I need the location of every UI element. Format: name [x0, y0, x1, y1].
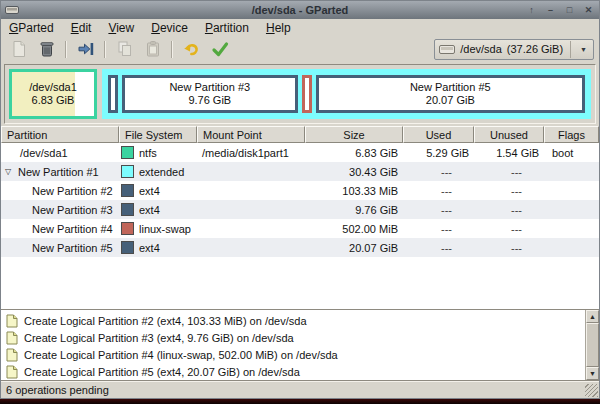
operations-list: Create Logical Partition #2 (ext4, 103.3…: [1, 310, 585, 380]
undo-button[interactable]: [179, 38, 204, 60]
chevron-down-icon: ▼: [576, 46, 591, 53]
flags-value: boot: [544, 147, 599, 159]
used-value: ---: [403, 166, 474, 178]
table-row-np4[interactable]: New Partition #4 linux-swap 502.00 MiB -…: [1, 219, 599, 238]
operation-text: Create Logical Partition #4 (linux-swap,…: [24, 349, 338, 361]
unused-value: ---: [474, 185, 544, 197]
visual-partition-sda1[interactable]: /dev/sda1 6.83 GiB: [9, 69, 97, 119]
filesystem-color-swatch: [121, 222, 134, 235]
menu-help[interactable]: Help: [266, 21, 291, 35]
partition-visual-bar: /dev/sda1 6.83 GiB New Partition #3 9.76…: [4, 64, 596, 124]
window-title: /dev/sda - GParted: [1, 4, 599, 16]
partition-size: 9.76 GiB: [188, 94, 231, 107]
partition-size: 6.83 GiB: [32, 94, 75, 107]
visual-partition-np2[interactable]: [108, 75, 118, 113]
column-header-filesystem[interactable]: File System: [119, 126, 197, 143]
delete-partition-button[interactable]: [34, 38, 59, 60]
trash-icon: [38, 40, 56, 58]
visual-partition-np5[interactable]: New Partition #5 20.07 GiB: [316, 75, 585, 113]
partition-name: New Partition #2: [1, 185, 119, 197]
unused-value: ---: [474, 223, 544, 235]
filesystem-label: ext4: [139, 242, 160, 254]
column-header-size[interactable]: Size: [305, 126, 403, 143]
operation-text: Create Logical Partition #3 (ext4, 9.76 …: [24, 332, 294, 344]
toolbar-separator: [65, 41, 67, 58]
toolbar: /dev/sda (37.26 GiB) ▼: [1, 36, 599, 62]
partition-name: New Partition #4: [1, 223, 119, 235]
status-text: 6 operations pending: [6, 384, 109, 396]
menu-view[interactable]: View: [108, 21, 134, 35]
used-value: ---: [403, 185, 474, 197]
device-selector[interactable]: /dev/sda (37.26 GiB) ▼: [434, 39, 594, 60]
resize-arrow-icon: [77, 40, 95, 58]
filesystem-color-swatch: [121, 146, 134, 159]
unused-value: ---: [474, 166, 544, 178]
scroll-down-icon[interactable]: ▼: [586, 367, 599, 380]
table-row-np5[interactable]: New Partition #5 ext4 20.07 GiB --- ---: [1, 238, 599, 257]
scroll-up-icon[interactable]: ▲: [586, 310, 599, 323]
column-header-mountpoint[interactable]: Mount Point: [197, 126, 305, 143]
table-row-np3[interactable]: New Partition #3 ext4 9.76 GiB --- ---: [1, 200, 599, 219]
filesystem-label: ext4: [139, 204, 160, 216]
desktop-edge: [0, 399, 600, 404]
menu-partition[interactable]: Partition: [205, 21, 249, 35]
desktop: /dev/sda - GParted ↑ – □ ✕ GParted Edit …: [0, 0, 600, 404]
used-value: ---: [403, 204, 474, 216]
table-row-np1[interactable]: ▽New Partition #1 extended 30.43 GiB ---…: [1, 162, 599, 181]
maximize-button[interactable]: □: [563, 4, 576, 16]
shade-button[interactable]: ↑: [525, 4, 538, 16]
unused-value: 1.54 GiB: [474, 147, 544, 159]
size-value: 6.83 GiB: [305, 147, 403, 159]
menu-gparted[interactable]: GParted: [9, 21, 54, 35]
minimize-button[interactable]: –: [544, 4, 557, 16]
operation-item[interactable]: Create Logical Partition #2 (ext4, 103.3…: [4, 312, 585, 329]
column-header-unused[interactable]: Unused: [474, 126, 544, 143]
toolbar-separator: [104, 41, 106, 58]
operation-item[interactable]: Create Logical Partition #5 (ext4, 20.07…: [4, 363, 585, 380]
resize-grip[interactable]: [585, 384, 598, 397]
filesystem-color-swatch: [121, 203, 134, 216]
visual-partition-np4[interactable]: [302, 75, 312, 113]
partition-name: New Partition #1: [18, 166, 99, 178]
partition-label: /dev/sda1: [29, 81, 77, 94]
table-header: Partition File System Mount Point Size U…: [1, 126, 599, 143]
column-header-flags[interactable]: Flags: [544, 126, 599, 143]
expander-icon[interactable]: ▽: [5, 167, 18, 176]
filesystem-label: linux-swap: [139, 223, 191, 235]
close-button[interactable]: ✕: [582, 4, 595, 16]
checkmark-icon: [211, 40, 229, 58]
scrollbar-thumb[interactable]: [586, 323, 599, 367]
table-row-np2[interactable]: New Partition #2 ext4 103.33 MiB --- ---: [1, 181, 599, 200]
resize-move-button[interactable]: [73, 38, 98, 60]
column-header-partition[interactable]: Partition: [1, 126, 119, 143]
partition-name: New Partition #3: [1, 204, 119, 216]
size-value: 502.00 MiB: [305, 223, 403, 235]
unused-value: ---: [474, 242, 544, 254]
menubar: GParted Edit View Device Partition Help: [1, 19, 599, 36]
filesystem-label: extended: [139, 166, 184, 178]
visual-partition-np3[interactable]: New Partition #3 9.76 GiB: [122, 75, 298, 113]
menu-edit[interactable]: Edit: [71, 21, 92, 35]
copy-button: [112, 38, 137, 60]
apply-button[interactable]: [207, 38, 232, 60]
visual-partition-extended[interactable]: New Partition #3 9.76 GiB New Partition …: [102, 69, 591, 119]
size-value: 30.43 GiB: [305, 166, 403, 178]
table-row-sda1[interactable]: /dev/sda1 ntfs /media/disk1part1 6.83 Gi…: [1, 143, 599, 162]
gparted-window: /dev/sda - GParted ↑ – □ ✕ GParted Edit …: [0, 0, 600, 399]
unused-value: ---: [474, 204, 544, 216]
new-partition-icon: [6, 331, 18, 345]
operation-item[interactable]: Create Logical Partition #3 (ext4, 9.76 …: [4, 329, 585, 346]
partition-label: New Partition #5: [410, 81, 491, 94]
partition-name: New Partition #5: [1, 242, 119, 254]
used-value: ---: [403, 242, 474, 254]
pending-operations-panel: Create Logical Partition #2 (ext4, 103.3…: [1, 309, 599, 381]
operation-item[interactable]: Create Logical Partition #4 (linux-swap,…: [4, 346, 585, 363]
menu-device[interactable]: Device: [151, 21, 188, 35]
used-value: 5.29 GiB: [403, 147, 474, 159]
partition-table: /dev/sda1 ntfs /media/disk1part1 6.83 Gi…: [1, 143, 599, 309]
new-partition-icon: [6, 365, 18, 379]
undo-arrow-icon: [183, 40, 201, 58]
titlebar[interactable]: /dev/sda - GParted ↑ – □ ✕: [1, 1, 599, 19]
column-header-used[interactable]: Used: [403, 126, 474, 143]
clipboard-icon: [144, 40, 162, 58]
